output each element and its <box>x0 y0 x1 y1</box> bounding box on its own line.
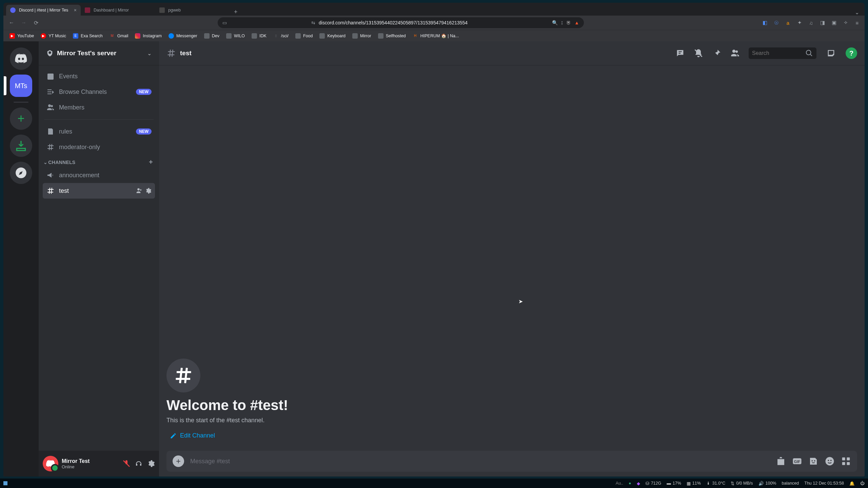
new-tab-button[interactable]: + <box>230 8 242 16</box>
tray-lang[interactable]: Au.. <box>616 481 623 486</box>
bookmark-exa[interactable]: EExa Search <box>70 32 105 40</box>
deafen-button[interactable] <box>135 460 143 468</box>
dm-home-button[interactable] <box>10 47 32 70</box>
back-button[interactable]: ← <box>7 18 16 27</box>
tab-dashboard[interactable]: Dashboard | Mirror <box>81 5 155 16</box>
sidebar-members[interactable]: Members <box>43 100 155 115</box>
user-settings-button[interactable] <box>147 460 155 468</box>
ext-icon[interactable]: ⦾ <box>772 19 781 27</box>
server-mts[interactable]: MTs <box>10 75 32 97</box>
user-panel[interactable]: Mirror Test Online <box>39 451 159 476</box>
channel-announcement[interactable]: announcement <box>43 167 155 183</box>
close-tab-icon[interactable]: × <box>74 7 77 13</box>
tray-temp[interactable]: 🌡 31.0°C <box>706 481 725 486</box>
channel-hash-badge <box>166 359 200 392</box>
download-apps-button[interactable] <box>10 135 32 157</box>
discord-logo-icon <box>46 459 55 468</box>
inbox-button[interactable] <box>825 47 837 59</box>
menu-icon[interactable]: ≡ <box>853 19 861 27</box>
sidebar-toggle-icon[interactable]: ◨ <box>818 19 827 27</box>
ext-icon[interactable]: a <box>784 19 792 27</box>
shield-icon[interactable]: ⛨ <box>566 20 571 25</box>
hash-icon <box>173 365 194 386</box>
bookmark-instagram[interactable]: Instagram <box>132 32 164 40</box>
apps-button[interactable] <box>841 456 851 466</box>
header-toolbar: ? <box>675 47 857 59</box>
zoom-icon[interactable]: 🔍 <box>552 20 558 25</box>
user-avatar[interactable] <box>43 456 58 471</box>
notifications-button[interactable] <box>694 48 703 58</box>
sidebar-browse-channels[interactable]: Browse Channels NEW <box>43 84 155 100</box>
threads-button[interactable] <box>675 48 685 58</box>
bookmark-wilo[interactable]: WILO <box>223 32 248 40</box>
ext-icon[interactable]: ♫ <box>807 19 815 27</box>
tray-disk[interactable]: ⛁ 712G <box>646 481 662 486</box>
tray-cpu[interactable]: ▦ 11% <box>687 481 701 486</box>
channel-rules[interactable]: rules NEW <box>43 124 155 139</box>
site-lock-icon[interactable]: ⇆ <box>311 20 315 25</box>
bookmark-selfhosted[interactable]: Selfhosted <box>375 32 409 40</box>
edit-channel-link[interactable]: Edit Channel <box>166 430 218 441</box>
help-button[interactable]: ? <box>846 47 857 59</box>
bookmark-mirror[interactable]: Mirror <box>350 32 374 40</box>
tab-title: pgweb <box>168 8 226 13</box>
ext-icon[interactable]: ◧ <box>761 19 769 27</box>
bookmark-messenger[interactable]: Messenger <box>166 32 200 40</box>
tray-volume[interactable]: 🔊 100% <box>758 481 776 486</box>
channel-test[interactable]: test <box>43 183 155 199</box>
sticker-button[interactable] <box>808 456 818 466</box>
emoji-button[interactable] <box>825 456 835 466</box>
invite-icon[interactable] <box>136 187 143 194</box>
hiperum-icon: H <box>413 33 418 39</box>
tray-power-mode[interactable]: balanced <box>782 481 799 486</box>
tray-notifications[interactable]: 🔔 <box>849 481 855 486</box>
add-server-button[interactable]: + <box>10 107 32 130</box>
discord-favicon <box>10 7 16 13</box>
bookmark-keyboard[interactable]: Keyboard <box>317 32 348 40</box>
channel-moderator-only[interactable]: moderator-only <box>43 139 155 155</box>
tab-discord[interactable]: Discord | #test | Mirror Tes × <box>6 5 81 16</box>
share-icon[interactable]: ⫱ <box>561 20 563 26</box>
create-channel-button[interactable]: + <box>149 158 153 166</box>
tabstrip-chevron-icon[interactable]: ⌄ <box>852 9 862 16</box>
search-input[interactable] <box>752 50 803 56</box>
pinned-button[interactable] <box>712 48 722 58</box>
tray-clock[interactable]: Thu 12 Dec 01:53:58 <box>804 481 844 486</box>
gear-icon[interactable] <box>145 187 152 194</box>
bookmark-gmail[interactable]: MGmail <box>107 32 131 40</box>
wallet-icon[interactable]: ▣ <box>830 19 838 27</box>
attach-button[interactable]: + <box>173 455 184 467</box>
bookmark-ytmusic[interactable]: ▶YT Music <box>38 32 69 40</box>
brave-icon[interactable]: ▲ <box>574 20 579 25</box>
workspace-indicator[interactable] <box>3 481 7 485</box>
gift-button[interactable] <box>776 456 786 466</box>
mute-mic-button[interactable] <box>122 460 131 468</box>
bookmark-hiperum[interactable]: HHIPERUM 🏠 | Na... <box>410 32 462 40</box>
compose-bar[interactable]: + GIF <box>166 451 857 472</box>
category-channels[interactable]: ⌄ CHANNELS + <box>43 155 155 167</box>
explore-servers-button[interactable] <box>10 162 32 184</box>
tray-mem[interactable]: ▬ 17% <box>667 481 681 486</box>
reload-button[interactable]: ⟳ <box>31 18 41 27</box>
gif-button[interactable]: GIF <box>792 456 802 466</box>
bookmark-sci[interactable]: ::/sci/ <box>271 32 291 40</box>
bookmark-food[interactable]: Food <box>293 32 316 40</box>
server-header[interactable]: Mirror Test's server ⌄ <box>39 41 159 65</box>
tray-net[interactable]: ⇅ 0/0 MB/s <box>731 481 753 486</box>
bookmark-idk[interactable]: IDK <box>249 32 269 40</box>
ext-icon[interactable]: ✦ <box>795 19 804 27</box>
address-bar[interactable]: ▭ ⇆ discord.com/channels/131539544022450… <box>218 17 584 28</box>
tray-icon[interactable]: ◆ <box>637 481 640 486</box>
message-input[interactable] <box>190 458 770 465</box>
tab-pgweb[interactable]: pgweb <box>155 5 230 16</box>
search-box[interactable] <box>749 47 816 59</box>
bookmark-youtube[interactable]: ▶YouTube <box>7 32 37 40</box>
bookmark-dev[interactable]: Dev <box>201 32 222 40</box>
tray-icon[interactable]: ● <box>629 481 631 486</box>
sidebar-events[interactable]: Events <box>43 68 155 84</box>
tray-power[interactable]: ⏻ <box>860 481 865 486</box>
rewards-icon[interactable]: ✧ <box>842 19 850 27</box>
member-list-button[interactable] <box>730 48 740 58</box>
forward-button[interactable]: → <box>19 18 28 27</box>
mode-value: balanced <box>782 481 799 486</box>
